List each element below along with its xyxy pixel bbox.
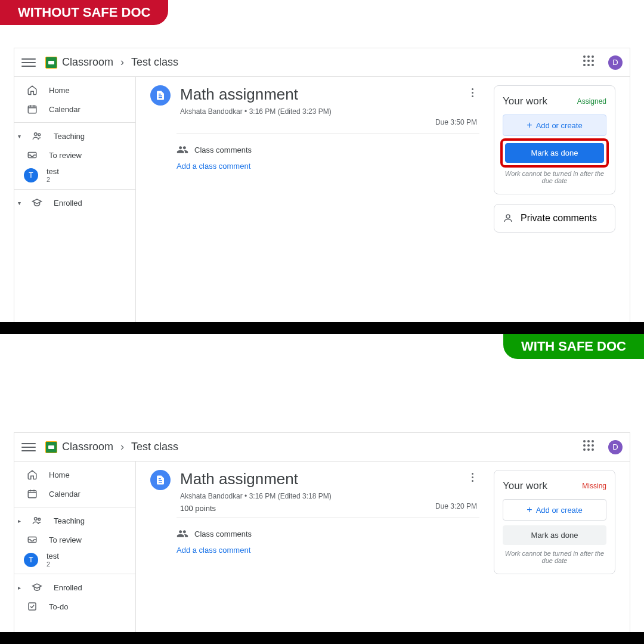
inbox-icon xyxy=(26,534,38,546)
class-comments-header[interactable]: Class comments xyxy=(177,144,479,156)
assignment-icon xyxy=(150,85,171,106)
sidebar-class-item[interactable]: T test 2 xyxy=(14,165,135,185)
nav-calendar[interactable]: Calendar xyxy=(14,100,135,119)
inbox-icon xyxy=(26,149,38,161)
add-or-create-button[interactable]: + Add or create xyxy=(503,114,606,136)
nav-to-review-label: To review xyxy=(49,151,82,160)
breadcrumb-root[interactable]: Classroom xyxy=(62,441,113,453)
svg-rect-0 xyxy=(28,106,36,113)
main-content: Math assignment Akshata Bandodkar • 3:16… xyxy=(136,462,630,644)
nav-enrolled[interactable]: ▾ Enrolled xyxy=(14,193,135,212)
nav-home[interactable]: Home xyxy=(14,80,135,100)
sidebar: Home Calendar ▾ Teaching To review T xyxy=(14,77,136,322)
class-avatar: T xyxy=(24,553,38,567)
sidebar-class-item[interactable]: T test 2 xyxy=(14,549,135,570)
your-work-title: Your work xyxy=(503,480,547,492)
class-count: 2 xyxy=(47,561,59,568)
breadcrumb-class[interactable]: Test class xyxy=(131,56,178,69)
nav-enrolled-label: Enrolled xyxy=(54,583,82,592)
add-class-comment-link[interactable]: Add a class comment xyxy=(177,162,479,171)
banner-with-safe-doc: WITH SAFE DOC xyxy=(503,334,644,359)
highlight-annotation: Mark as done xyxy=(500,138,609,168)
main-content: Math assignment Akshata Bandodkar • 3:16… xyxy=(136,77,630,322)
assignment-icon xyxy=(150,470,171,490)
classroom-logo-icon xyxy=(45,57,57,69)
breadcrumb-class[interactable]: Test class xyxy=(131,441,178,453)
chevron-right-icon: › xyxy=(120,441,124,453)
status-badge: Missing xyxy=(582,482,606,490)
status-badge: Assigned xyxy=(577,97,606,106)
graduation-cap-icon xyxy=(31,197,43,209)
nav-to-review[interactable]: To review xyxy=(14,530,135,549)
person-icon xyxy=(503,213,513,224)
divider xyxy=(14,122,135,123)
app-window-bottom: Classroom › Test class D Home Calendar xyxy=(14,432,630,644)
class-comments-header[interactable]: Class comments xyxy=(177,528,479,540)
nav-calendar[interactable]: Calendar xyxy=(14,484,135,503)
assignment-header: Math assignment Akshata Bandodkar • 3:16… xyxy=(150,85,479,116)
people-icon xyxy=(31,130,43,142)
due-date-note: Work cannot be turned in after the due d… xyxy=(503,170,606,184)
divider xyxy=(177,134,479,134)
classroom-logo-icon xyxy=(45,441,57,453)
your-work-title: Your work xyxy=(503,95,547,107)
apps-grid-icon[interactable] xyxy=(583,440,597,454)
nav-teaching-label: Teaching xyxy=(54,516,85,525)
bottom-bar xyxy=(0,632,644,644)
divider xyxy=(14,189,135,190)
more-options-icon[interactable] xyxy=(465,85,479,100)
people-icon xyxy=(31,515,43,527)
svg-rect-9 xyxy=(29,603,36,610)
assignment-title: Math assignment xyxy=(180,85,456,104)
more-options-icon[interactable] xyxy=(465,470,479,484)
your-work-card: Your work Assigned + Add or create Mark … xyxy=(494,85,615,194)
due-date: Due 3:50 PM xyxy=(150,118,479,126)
user-avatar[interactable]: D xyxy=(608,440,623,454)
hamburger-icon[interactable] xyxy=(21,440,36,454)
caret-right-icon: ▸ xyxy=(18,518,23,524)
apps-grid-icon[interactable] xyxy=(583,55,597,70)
todo-icon xyxy=(26,600,38,612)
private-comments-card[interactable]: Private comments xyxy=(494,204,615,233)
divider xyxy=(177,518,479,518)
nav-todo-label: To-do xyxy=(49,602,69,611)
nav-home-label: Home xyxy=(49,86,70,95)
hamburger-icon[interactable] xyxy=(21,55,36,70)
nav-todo[interactable]: To-do xyxy=(14,597,135,616)
assignment-meta: Akshata Bandodkar • 3:16 PM (Edited 3:18… xyxy=(180,492,456,500)
private-comments-label: Private comments xyxy=(521,213,597,224)
nav-teaching[interactable]: ▸ Teaching xyxy=(14,511,135,530)
class-comments-label: Class comments xyxy=(194,530,252,538)
class-count: 2 xyxy=(47,176,59,183)
nav-to-review[interactable]: To review xyxy=(14,145,135,165)
breadcrumb-root[interactable]: Classroom xyxy=(62,56,113,69)
mark-as-done-button[interactable]: Mark as done xyxy=(505,143,604,163)
nav-home[interactable]: Home xyxy=(14,465,135,484)
user-avatar[interactable]: D xyxy=(608,55,623,70)
class-avatar: T xyxy=(24,168,38,182)
calendar-icon xyxy=(26,103,38,115)
breadcrumb: Classroom › Test class xyxy=(62,441,178,453)
assignment-title: Math assignment xyxy=(180,470,456,488)
nav-teaching[interactable]: ▾ Teaching xyxy=(14,126,135,145)
calendar-icon xyxy=(26,488,38,500)
svg-point-4 xyxy=(506,215,510,218)
nav-enrolled[interactable]: ▸ Enrolled xyxy=(14,578,135,597)
home-icon xyxy=(26,469,38,481)
sidebar: Home Calendar ▸ Teaching To review T xyxy=(14,462,136,644)
home-icon xyxy=(26,84,38,96)
class-name: test xyxy=(47,167,59,176)
nav-to-review-label: To review xyxy=(49,535,82,544)
nav-home-label: Home xyxy=(49,470,70,479)
add-or-create-button[interactable]: + Add or create xyxy=(503,499,606,521)
add-class-comment-link[interactable]: Add a class comment xyxy=(177,546,479,555)
caret-down-icon: ▾ xyxy=(18,200,23,206)
class-name: test xyxy=(47,552,59,561)
app-window-top: Classroom › Test class D Home Calendar xyxy=(14,48,630,322)
svg-point-7 xyxy=(38,518,41,521)
svg-rect-5 xyxy=(28,491,36,498)
divider xyxy=(14,574,135,574)
assignment-header: Math assignment Akshata Bandodkar • 3:16… xyxy=(150,470,479,513)
chevron-right-icon: › xyxy=(120,56,124,69)
mark-as-done-button[interactable]: Mark as done xyxy=(503,525,606,545)
